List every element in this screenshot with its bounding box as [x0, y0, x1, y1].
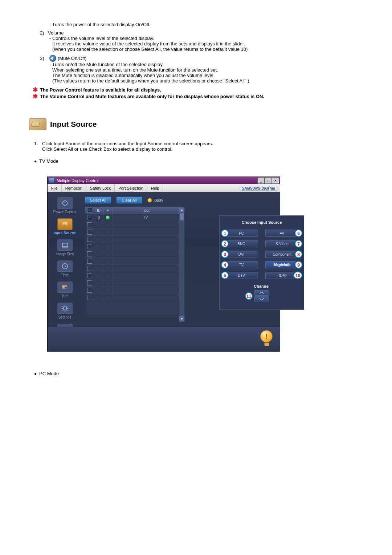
- row-id: [94, 265, 103, 272]
- sidebar-item-image-size[interactable]: Image Size: [50, 238, 79, 258]
- scroll-down-button[interactable]: ▼: [179, 316, 185, 322]
- row-checkbox[interactable]: [87, 259, 92, 264]
- row-checkbox[interactable]: [87, 280, 92, 285]
- row-checkbox[interactable]: [87, 222, 92, 227]
- row-id: [94, 250, 103, 257]
- row-status: [103, 214, 113, 221]
- menu-port-selection[interactable]: Port Selection: [115, 184, 147, 192]
- table-row[interactable]: [85, 265, 179, 272]
- status-dot-icon: [106, 296, 110, 299]
- window-close-button[interactable]: ×: [272, 177, 279, 184]
- row-checkbox[interactable]: [87, 237, 92, 242]
- row-checkbox-cell[interactable]: [85, 272, 94, 279]
- callout-number: 2: [221, 240, 229, 248]
- row-checkbox-cell[interactable]: [85, 258, 94, 264]
- sidebar-item-label: Image Size: [56, 252, 74, 256]
- menu-remocon[interactable]: Remocon: [62, 184, 86, 192]
- channel-down-button[interactable]: [254, 296, 269, 302]
- table-row[interactable]: [85, 272, 179, 279]
- item-3-number: 3): [40, 56, 48, 61]
- table-row[interactable]: [85, 250, 179, 258]
- sidebar-item-input-source[interactable]: abcInput Source: [50, 217, 79, 236]
- row-id: [94, 243, 103, 250]
- source-dvi-button[interactable]: DVI: [225, 251, 258, 258]
- row-status: [103, 236, 113, 243]
- table-row[interactable]: [85, 279, 179, 287]
- row-input: [113, 221, 179, 228]
- row-input: [113, 279, 179, 286]
- row-status: [103, 258, 113, 264]
- clear-all-button[interactable]: Clear All: [116, 197, 142, 204]
- sidebar-item-label: PIP: [62, 294, 68, 298]
- mute-line-3: The Mute function is disabled automatica…: [52, 73, 348, 78]
- row-checkbox-cell[interactable]: [85, 236, 94, 243]
- source-cell: 3DVI: [225, 251, 258, 258]
- svg-rect-4: [62, 243, 67, 247]
- window-minimize-button[interactable]: _: [257, 177, 265, 184]
- window-maximize-button[interactable]: □: [265, 177, 272, 184]
- sidebar-item-label: Input Source: [54, 231, 76, 235]
- busy-dot-icon: [147, 198, 152, 203]
- source-dtv-button[interactable]: DTV: [225, 272, 258, 279]
- source-component-button[interactable]: Component: [265, 251, 299, 258]
- row-checkbox[interactable]: [87, 251, 92, 256]
- row-checkbox-cell[interactable]: [85, 221, 94, 228]
- source-tv-button[interactable]: TV: [225, 261, 258, 268]
- menubar: File Remocon Safety Lock Port Selection …: [48, 184, 280, 193]
- table-row[interactable]: [85, 287, 179, 294]
- status-bar: !: [48, 327, 280, 351]
- busy-indicator: Busy: [147, 198, 163, 203]
- source-magicinfo-button[interactable]: MagicInfo: [265, 261, 299, 268]
- table-row[interactable]: [85, 243, 179, 250]
- table-row[interactable]: [85, 236, 179, 243]
- callout-number: 9: [295, 261, 302, 269]
- source-bnc-button[interactable]: BNC: [225, 240, 258, 247]
- star-icon: ✱: [33, 94, 38, 100]
- menu-help[interactable]: Help: [147, 184, 163, 192]
- sidebar-item-settings[interactable]: Settings: [50, 301, 79, 321]
- select-all-button[interactable]: Select All: [85, 197, 111, 204]
- item-2-title: Volume: [48, 30, 348, 36]
- row-status: [103, 294, 113, 301]
- source-av-button[interactable]: AV: [265, 230, 299, 237]
- source-s-video-button[interactable]: S-Video: [265, 240, 299, 247]
- row-checkbox-cell[interactable]: [85, 250, 94, 257]
- channel-up-button[interactable]: [254, 290, 269, 296]
- col-header-status: [103, 207, 113, 214]
- row-checkbox-cell[interactable]: [85, 228, 94, 235]
- sidebar-item-pip[interactable]: PIP: [50, 280, 79, 300]
- table-row[interactable]: ✓0TV: [85, 214, 179, 221]
- table-row[interactable]: [85, 258, 179, 265]
- table-scrollbar[interactable]: ▲ ▼: [179, 207, 185, 322]
- sidebar-item-power-control[interactable]: Power Control: [50, 196, 79, 215]
- row-checkbox-cell[interactable]: [85, 265, 94, 272]
- row-checkbox[interactable]: [87, 230, 92, 235]
- bullet-dot: ●: [34, 371, 39, 376]
- header-checkbox[interactable]: ✓: [87, 208, 92, 213]
- table-row[interactable]: [85, 294, 179, 301]
- col-header-check[interactable]: ✓: [85, 207, 94, 214]
- row-input: [113, 236, 179, 243]
- scroll-up-button[interactable]: ▲: [179, 207, 185, 213]
- row-checkbox-cell[interactable]: [85, 279, 94, 286]
- row-checkbox[interactable]: [87, 295, 92, 300]
- menu-file[interactable]: File: [48, 184, 62, 192]
- sidebar-icon: abc: [57, 218, 73, 230]
- row-input: TV: [113, 214, 179, 221]
- row-checkbox[interactable]: [87, 273, 92, 278]
- row-checkbox-cell[interactable]: [85, 243, 94, 250]
- row-checkbox-cell[interactable]: ✓: [85, 214, 94, 221]
- table-row[interactable]: [85, 228, 179, 236]
- row-checkbox-cell[interactable]: [85, 287, 94, 293]
- source-pc-button[interactable]: PC: [225, 230, 258, 237]
- table-row[interactable]: [85, 221, 179, 228]
- row-checkbox-cell[interactable]: [85, 294, 94, 301]
- sidebar-item-time[interactable]: Time: [50, 259, 79, 279]
- row-checkbox[interactable]: ✓: [87, 215, 92, 220]
- scroll-thumb[interactable]: [180, 213, 184, 221]
- app-icon: [49, 178, 55, 183]
- menu-safety-lock[interactable]: Safety Lock: [86, 184, 115, 192]
- row-checkbox[interactable]: [87, 244, 92, 249]
- row-checkbox[interactable]: [87, 288, 92, 293]
- row-checkbox[interactable]: [87, 266, 92, 271]
